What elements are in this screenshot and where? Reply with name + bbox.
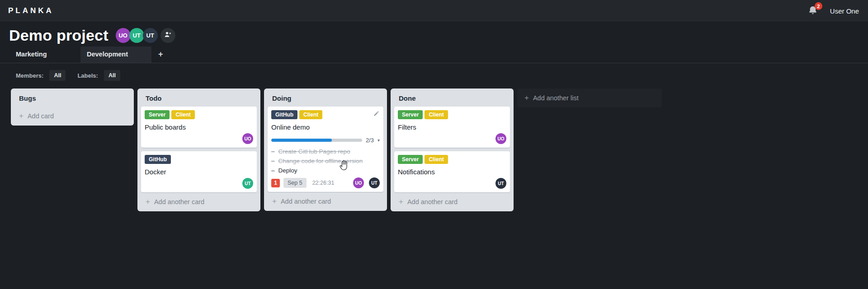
card-title: Filters <box>398 123 506 131</box>
labels-filter-value[interactable]: All <box>104 70 120 81</box>
avatar[interactable]: UO <box>116 28 131 43</box>
label-client: Client <box>425 155 448 164</box>
card-title: Online demo <box>271 123 380 131</box>
chevron-down-icon[interactable]: ▾ <box>377 138 380 143</box>
avatar: UT <box>495 178 506 189</box>
card-title: Notifications <box>398 168 506 176</box>
avatar[interactable]: UT <box>129 28 144 43</box>
members-filter: Members: All <box>16 70 66 81</box>
add-another-card-button[interactable]: + Add another card <box>391 192 514 210</box>
card-filters[interactable]: Server Client Filters UO <box>394 107 510 148</box>
list-title[interactable]: Doing <box>264 89 387 107</box>
project-header: Demo project UO UT UT <box>0 22 868 47</box>
card-title: Public boards <box>145 123 253 131</box>
progress-bar <box>271 139 362 142</box>
timer-value[interactable]: 22:26:31 <box>312 180 335 186</box>
due-date-badge[interactable]: Sep 5 <box>283 178 307 188</box>
task-list: – Create GitHub Pages repo – Change code… <box>271 147 380 175</box>
card-footer: UO <box>398 133 506 144</box>
plus-icon: + <box>272 198 277 205</box>
card-docker[interactable]: GitHub Docker UT <box>141 151 257 192</box>
avatar: UT <box>369 177 380 188</box>
label-client: Client <box>171 110 194 119</box>
add-card-label: Add card <box>28 112 54 120</box>
add-list-label: Add another list <box>533 94 579 102</box>
labels-filter-label: Labels: <box>77 72 98 79</box>
card-footer: UO <box>145 133 253 144</box>
add-another-card-button[interactable]: + Add another card <box>264 192 387 209</box>
filter-bar: Members: All Labels: All <box>0 63 868 88</box>
card-public-boards[interactable]: Server Client Public boards UO <box>141 107 257 148</box>
list-done: Done Server Client Filters UO Server Cli… <box>391 89 514 211</box>
avatar[interactable]: UT <box>143 28 158 43</box>
cards: Server Client Filters UO Server Client N… <box>391 107 514 192</box>
add-another-list-button[interactable]: + Add another list <box>517 89 662 107</box>
tab-marketing[interactable]: Marketing <box>9 47 80 63</box>
members-filter-label: Members: <box>16 72 43 79</box>
board-tabs: Marketing Development + <box>0 47 868 63</box>
add-board-button[interactable]: + <box>151 47 170 63</box>
card-online-demo[interactable]: GitHub Client Online demo 2/3 ▾ <box>268 107 383 192</box>
tab-development[interactable]: Development <box>80 47 151 63</box>
cards: GitHub Client Online demo 2/3 ▾ <box>264 107 387 192</box>
avatar: UO <box>353 177 364 188</box>
dash-icon: – <box>271 147 275 156</box>
dash-icon: – <box>271 156 275 166</box>
list-title[interactable]: Todo <box>137 89 260 107</box>
label-server: Server <box>398 110 423 119</box>
card-badges: 1 Sep 5 22:26:31 UO UT <box>271 177 380 188</box>
cards: Server Client Public boards UO GitHub Do… <box>137 107 260 192</box>
pencil-icon <box>373 111 380 118</box>
labels-row: Server Client <box>398 155 506 164</box>
plus-icon: + <box>146 199 150 205</box>
card-title: Docker <box>145 168 253 176</box>
project-members: UO UT UT <box>116 28 175 43</box>
progress-count: 2/3 <box>366 137 374 144</box>
progress-fill <box>271 139 332 142</box>
add-member-button[interactable] <box>160 28 175 43</box>
add-card-button[interactable]: + Add card <box>11 107 134 124</box>
edit-card-button[interactable] <box>373 110 380 117</box>
list-title[interactable]: Bugs <box>11 89 134 107</box>
add-card-label: Add another card <box>281 198 331 205</box>
task-item: – Create GitHub Pages repo <box>271 147 380 156</box>
task-text: Deploy <box>278 166 297 175</box>
task-progress: 2/3 ▾ <box>271 137 380 144</box>
avatar: UT <box>242 178 253 189</box>
planka-logo: PLANKA <box>8 6 54 15</box>
board: Bugs + Add card Todo Server Client Publi… <box>0 88 868 211</box>
add-another-card-button[interactable]: + Add another card <box>137 192 260 210</box>
card-footer: UT <box>398 178 506 189</box>
label-github: GitHub <box>145 155 171 164</box>
add-card-label: Add another card <box>407 198 458 205</box>
labels-row: GitHub <box>145 155 253 164</box>
card-footer: UT <box>145 178 253 189</box>
label-github: GitHub <box>271 110 297 119</box>
list-bugs: Bugs + Add card <box>11 89 134 126</box>
list-doing: Doing GitHub Client Online demo <box>264 89 387 211</box>
labels-row: Server Client <box>145 110 253 119</box>
task-item: – Change code for offline version <box>271 156 380 166</box>
plus-icon: + <box>19 113 24 119</box>
task-text: Change code for offline version <box>278 156 363 166</box>
label-server: Server <box>398 155 423 164</box>
card-notification-badge: 1 <box>271 179 280 187</box>
bell-icon <box>807 9 818 17</box>
card-notifications[interactable]: Server Client Notifications UT <box>394 151 510 192</box>
notifications-button[interactable]: 2 <box>807 5 819 17</box>
user-menu[interactable]: User One <box>830 7 859 15</box>
add-card-label: Add another card <box>154 198 204 205</box>
notification-badge: 2 <box>815 2 822 10</box>
label-client: Client <box>425 110 448 119</box>
topbar-right: 2 User One <box>807 5 860 17</box>
project-title: Demo project <box>9 27 108 44</box>
task-item: – Deploy <box>271 166 380 175</box>
dash-icon: – <box>271 166 275 175</box>
plus-icon: + <box>399 199 403 205</box>
members-filter-value[interactable]: All <box>49 70 66 81</box>
list-title[interactable]: Done <box>391 89 514 107</box>
person-add-icon <box>164 30 172 41</box>
label-server: Server <box>145 110 170 119</box>
label-client: Client <box>299 110 322 119</box>
avatar: UO <box>495 133 506 144</box>
